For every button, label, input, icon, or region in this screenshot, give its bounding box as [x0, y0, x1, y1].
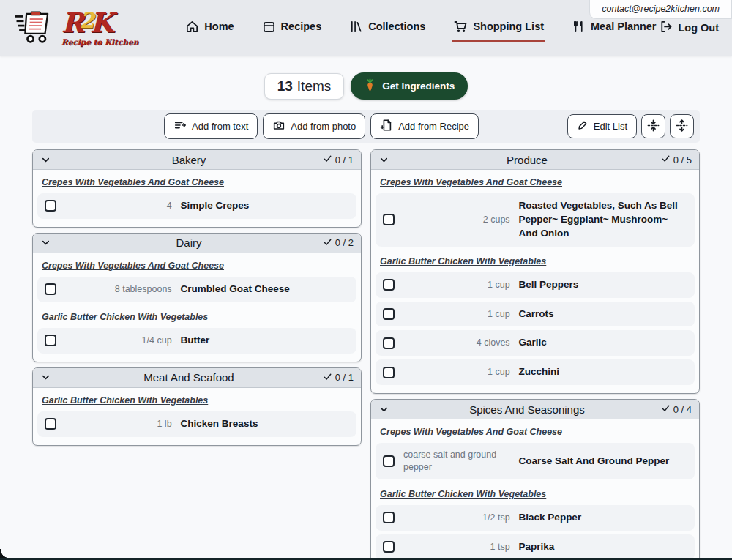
chevron-down-icon[interactable] — [40, 372, 56, 383]
list-item[interactable]: 4 clovesGarlic — [376, 330, 695, 356]
item-name: Roasted Vegetables, Such As Bell Pepper~… — [519, 199, 687, 241]
category-card-body: Crepes With Vegetables And Goat Cheese2 … — [371, 170, 699, 393]
chevron-down-icon[interactable] — [378, 404, 395, 415]
nav-item-recipes[interactable]: Recipes — [261, 14, 324, 42]
edit-list-button[interactable]: Edit List — [567, 114, 637, 138]
chevron-down-icon[interactable] — [40, 237, 56, 248]
item-checkbox[interactable] — [45, 283, 56, 295]
item-quantity-text: 1 lb — [157, 418, 171, 430]
add-from-photo-button[interactable]: Add from photo — [263, 113, 365, 139]
brand-logo[interactable]: R2K Recipe to Kitchen — [13, 8, 138, 48]
category-progress: 0 / 5 — [660, 154, 692, 165]
items-count-badge: 13Items — [264, 73, 345, 100]
item-name: Black Pepper — [519, 511, 687, 525]
cart-icon — [453, 19, 468, 34]
list-toolbar: Add from text Add from photo Add from Re… — [32, 110, 700, 143]
item-name: Coarse Salt And Ground Pepper — [519, 455, 687, 468]
item-checkbox[interactable] — [383, 512, 395, 523]
list-item[interactable]: 1 cupCarrots — [376, 302, 695, 327]
item-checkbox[interactable] — [383, 541, 395, 553]
list-item[interactable]: 8 tablespoonsCrumbled Goat Cheese — [37, 277, 356, 302]
list-item[interactable]: coarse salt and ground pepperCoarse Salt… — [376, 443, 695, 479]
category-progress-count: 0 / 2 — [335, 237, 354, 248]
chevron-down-icon[interactable] — [40, 154, 56, 165]
logout-button[interactable]: Log Out — [659, 20, 719, 36]
item-checkbox[interactable] — [45, 200, 56, 212]
category-card: Bakery0 / 1Crepes With Vegetables And Go… — [32, 149, 362, 228]
recipe-link[interactable]: Garlic Butter Chicken With Vegetables — [380, 256, 546, 266]
nav-item-home[interactable]: Home — [184, 14, 235, 42]
item-quantity: coarse salt and ground pepper — [403, 449, 510, 474]
item-quantity-text: 1/4 cup — [142, 335, 172, 347]
check-icon — [661, 403, 671, 415]
recipe-link[interactable]: Garlic Butter Chicken With Vegetables — [42, 395, 208, 406]
item-quantity-text: 4 — [167, 200, 172, 212]
recipe-link-row: Garlic Butter Chicken With Vegetables — [36, 389, 358, 408]
add-from-recipe-button[interactable]: Add from Recipe — [370, 113, 479, 139]
item-name: Paprika — [519, 540, 687, 554]
recipe-link[interactable]: Crepes With Vegetables And Goat Cheese — [380, 177, 562, 187]
logout-icon — [659, 20, 673, 36]
item-checkbox[interactable] — [45, 418, 56, 430]
list-item[interactable]: 1 tspPaprika — [376, 534, 695, 560]
recipe-link[interactable]: Crepes With Vegetables And Goat Cheese — [42, 177, 224, 187]
category-card-header[interactable]: Meat And Seafood0 / 1 — [33, 368, 361, 388]
list-item[interactable]: 1 cupZucchini — [376, 359, 695, 385]
item-quantity: 1 cup — [403, 366, 510, 378]
nav-item-shopping-list[interactable]: Shopping List — [452, 13, 545, 42]
item-quantity-text: 2 cups — [483, 214, 510, 226]
card-column-right: Produce0 / 5Crepes With Vegetables And G… — [370, 149, 700, 560]
item-checkbox[interactable] — [383, 279, 395, 291]
recipe-link-row: Crepes With Vegetables And Goat Cheese — [36, 171, 358, 190]
category-card: Produce0 / 5Crepes With Vegetables And G… — [370, 149, 700, 394]
item-checkbox[interactable] — [383, 308, 395, 320]
items-count: 13 — [277, 78, 293, 94]
category-progress-count: 0 / 1 — [335, 372, 354, 383]
category-card-body: Garlic Butter Chicken With Vegetables1 l… — [33, 388, 361, 445]
list-item[interactable]: 1/2 tspBlack Pepper — [376, 505, 695, 531]
item-name: Chicken Breasts — [181, 417, 349, 431]
add-from-text-button[interactable]: Add from text — [164, 113, 258, 139]
list-item[interactable]: 2 cupsRoasted Vegetables, Such As Bell P… — [376, 193, 695, 247]
category-card-header[interactable]: Spices And Seasonings0 / 4 — [371, 400, 699, 419]
recipes-icon — [262, 20, 276, 34]
category-title: Dairy — [56, 236, 321, 249]
document-plus-icon — [380, 119, 393, 134]
list-item[interactable]: 1/4 cupButter — [37, 328, 356, 354]
expand-all-button[interactable] — [670, 114, 694, 138]
list-item[interactable]: 4Simple Crepes — [37, 193, 356, 219]
category-title: Produce — [395, 154, 660, 166]
check-icon — [323, 154, 332, 165]
category-progress: 0 / 4 — [660, 403, 692, 415]
card-column-left: Bakery0 / 1Crepes With Vegetables And Go… — [32, 149, 362, 446]
category-card-header[interactable]: Dairy0 / 2 — [33, 234, 361, 253]
item-quantity: 4 — [65, 200, 172, 212]
recipe-link[interactable]: Crepes With Vegetables And Goat Cheese — [42, 261, 224, 271]
category-card-grid: Bakery0 / 1Crepes With Vegetables And Go… — [32, 149, 700, 560]
get-ingredients-button[interactable]: Get Ingredients — [351, 72, 468, 100]
category-card-header[interactable]: Produce0 / 5 — [371, 150, 699, 170]
item-checkbox[interactable] — [45, 335, 56, 346]
nav-item-collections[interactable]: Collections — [348, 14, 427, 42]
list-item[interactable]: 1 cupBell Peppers — [376, 272, 695, 298]
category-card-header[interactable]: Bakery0 / 1 — [33, 150, 361, 170]
pencil-icon — [577, 119, 589, 133]
item-quantity: 1 tsp — [403, 541, 510, 553]
item-quantity-text: coarse salt and ground pepper — [403, 449, 510, 474]
list-item[interactable]: 1 lbChicken Breasts — [37, 411, 356, 437]
collapse-vertical-icon — [646, 119, 660, 135]
carrot-icon — [364, 78, 376, 94]
chevron-down-icon[interactable] — [378, 154, 395, 165]
item-checkbox[interactable] — [383, 455, 395, 467]
recipe-link[interactable]: Garlic Butter Chicken With Vegetables — [42, 312, 208, 322]
item-name: Simple Crepes — [181, 199, 349, 213]
recipe-link[interactable]: Garlic Butter Chicken With Vegetables — [380, 489, 546, 499]
item-quantity: 2 cups — [403, 214, 510, 226]
item-checkbox[interactable] — [383, 214, 395, 225]
recipe-link-row: Crepes With Vegetables And Goat Cheese — [374, 421, 696, 439]
collapse-all-button[interactable] — [641, 114, 665, 138]
recipe-link-row: Crepes With Vegetables And Goat Cheese — [374, 171, 696, 190]
recipe-link[interactable]: Crepes With Vegetables And Goat Cheese — [380, 427, 562, 437]
item-checkbox[interactable] — [383, 367, 395, 378]
item-checkbox[interactable] — [383, 337, 395, 349]
